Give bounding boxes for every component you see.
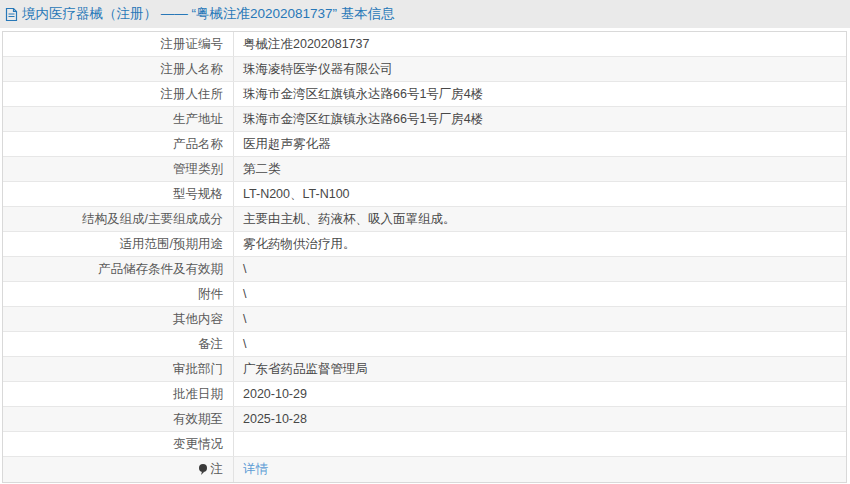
row-label-text: 结构及组成/主要组成成分 — [82, 211, 223, 228]
row-label-text: 有效期至 — [173, 411, 223, 428]
table-row: 生产地址 珠海市金湾区红旗镇永达路66号1号厂房4楼 — [3, 107, 846, 132]
row-value: \ — [234, 282, 846, 306]
registration-info-table: 注册证编号 粤械注准20202081737 注册人名称 珠海凌特医学仪器有限公司 — [2, 31, 847, 483]
table-row: 注册人住所 珠海市金湾区红旗镇永达路66号1号厂房4楼 — [3, 82, 846, 107]
row-label: 注 — [3, 457, 234, 482]
table-row: 批准日期 2020-10-29 — [3, 382, 846, 407]
row-value: 珠海市金湾区红旗镇永达路66号1号厂房4楼 — [234, 107, 846, 131]
row-label-text: 产品储存条件及有效期 — [98, 261, 223, 278]
row-label-text: 批准日期 — [173, 386, 223, 403]
table-row: 结构及组成/主要组成成分 主要由主机、药液杯、吸入面罩组成。 — [3, 207, 846, 232]
row-value: \ — [234, 332, 846, 356]
row-label: 产品储存条件及有效期 — [3, 257, 234, 281]
row-value — [234, 432, 846, 456]
table-row: 备注 \ — [3, 332, 846, 357]
row-value: 主要由主机、药液杯、吸入面罩组成。 — [234, 207, 846, 231]
table-row: 产品储存条件及有效期 \ — [3, 257, 846, 282]
table-row: 适用范围/预期用途 雾化药物供治疗用。 — [3, 232, 846, 257]
row-label-text: 其他内容 — [173, 311, 223, 328]
row-label-text: 变更情况 — [173, 436, 223, 453]
table-row: 注册人名称 珠海凌特医学仪器有限公司 — [3, 57, 846, 82]
row-value: 第二类 — [234, 157, 846, 181]
row-label-text: 注册证编号 — [161, 36, 224, 53]
row-label: 附件 — [3, 282, 234, 306]
row-label: 注册人名称 — [3, 57, 234, 81]
row-label: 批准日期 — [3, 382, 234, 406]
row-value: 医用超声雾化器 — [234, 132, 846, 156]
table-row: 变更情况 — [3, 432, 846, 457]
table-row: 注 详情 — [3, 457, 846, 482]
row-label-text: 审批部门 — [173, 361, 223, 378]
document-icon — [5, 7, 18, 22]
row-label: 其他内容 — [3, 307, 234, 331]
table-row: 型号规格 LT-N200、LT-N100 — [3, 182, 846, 207]
row-label-text: 备注 — [198, 336, 223, 353]
row-label: 生产地址 — [3, 107, 234, 131]
row-value: 广东省药品监督管理局 — [234, 357, 846, 381]
row-value: \ — [234, 307, 846, 331]
table-row: 有效期至 2025-10-28 — [3, 407, 846, 432]
table-row: 产品名称 医用超声雾化器 — [3, 132, 846, 157]
row-label: 产品名称 — [3, 132, 234, 156]
details-link[interactable]: 详情 — [234, 457, 846, 482]
row-label: 有效期至 — [3, 407, 234, 431]
row-value: 珠海市金湾区红旗镇永达路66号1号厂房4楼 — [234, 82, 846, 106]
row-label: 审批部门 — [3, 357, 234, 381]
table-row: 注册证编号 粤械注准20202081737 — [3, 32, 846, 57]
row-value: 雾化药物供治疗用。 — [234, 232, 846, 256]
row-label-text: 管理类别 — [173, 161, 223, 178]
row-label: 型号规格 — [3, 182, 234, 206]
row-label-text: 产品名称 — [173, 136, 223, 153]
row-label: 适用范围/预期用途 — [3, 232, 234, 256]
row-label-text: 型号规格 — [173, 186, 223, 203]
row-label: 注册证编号 — [3, 32, 234, 56]
row-label-text: 适用范围/预期用途 — [120, 236, 223, 253]
row-label-text: 注 — [211, 461, 224, 478]
table-row: 其他内容 \ — [3, 307, 846, 332]
row-label: 变更情况 — [3, 432, 234, 456]
row-label: 管理类别 — [3, 157, 234, 181]
row-value: \ — [234, 257, 846, 281]
page-header: 境内医疗器械（注册） —— “粤械注准20202081737” 基本信息 — [0, 0, 850, 28]
row-label-text: 注册人住所 — [161, 86, 224, 103]
row-value: 珠海凌特医学仪器有限公司 — [234, 57, 846, 81]
table-row: 审批部门 广东省药品监督管理局 — [3, 357, 846, 382]
note-pin-icon — [198, 463, 208, 476]
page-title: 境内医疗器械（注册） —— “粤械注准20202081737” 基本信息 — [22, 5, 395, 23]
row-value: 2025-10-28 — [234, 407, 846, 431]
table-row: 附件 \ — [3, 282, 846, 307]
row-label: 结构及组成/主要组成成分 — [3, 207, 234, 231]
row-label-text: 注册人名称 — [161, 61, 224, 78]
row-value: LT-N200、LT-N100 — [234, 182, 846, 206]
table-row: 管理类别 第二类 — [3, 157, 846, 182]
row-label-text: 附件 — [198, 286, 223, 303]
row-label: 备注 — [3, 332, 234, 356]
row-label: 注册人住所 — [3, 82, 234, 106]
row-value: 2020-10-29 — [234, 382, 846, 406]
row-value: 粤械注准20202081737 — [234, 32, 846, 56]
row-label-text: 生产地址 — [173, 111, 223, 128]
